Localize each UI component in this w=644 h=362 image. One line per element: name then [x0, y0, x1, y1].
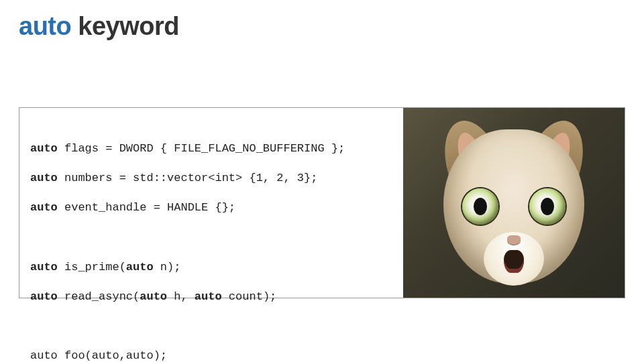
code-line-4: auto is_prime(auto n);: [30, 260, 392, 275]
code-line-3: auto event_handle = HANDLE {};: [30, 200, 392, 215]
slide-title: auto keyword: [19, 12, 625, 41]
slide: auto keyword auto flags = DWORD { FILE_F…: [0, 0, 644, 362]
code-gap-1: [30, 231, 392, 245]
title-rest: keyword: [71, 12, 179, 40]
title-accent: auto: [19, 12, 71, 40]
code-line-6: auto foo(auto,auto);: [30, 349, 392, 362]
code-line-1: auto flags = DWORD { FILE_FLAG_NO_BUFFER…: [30, 141, 392, 156]
code-line-2: auto numbers = std::vector<int> {1, 2, 3…: [30, 171, 392, 186]
content-panel: auto flags = DWORD { FILE_FLAG_NO_BUFFER…: [19, 107, 625, 298]
code-block: auto flags = DWORD { FILE_FLAG_NO_BUFFER…: [19, 108, 403, 298]
shocked-cat-icon: [403, 108, 625, 298]
code-gap-2: [30, 319, 392, 334]
reaction-image: [403, 108, 625, 298]
code-line-5: auto read_async(auto h, auto count);: [30, 290, 392, 304]
